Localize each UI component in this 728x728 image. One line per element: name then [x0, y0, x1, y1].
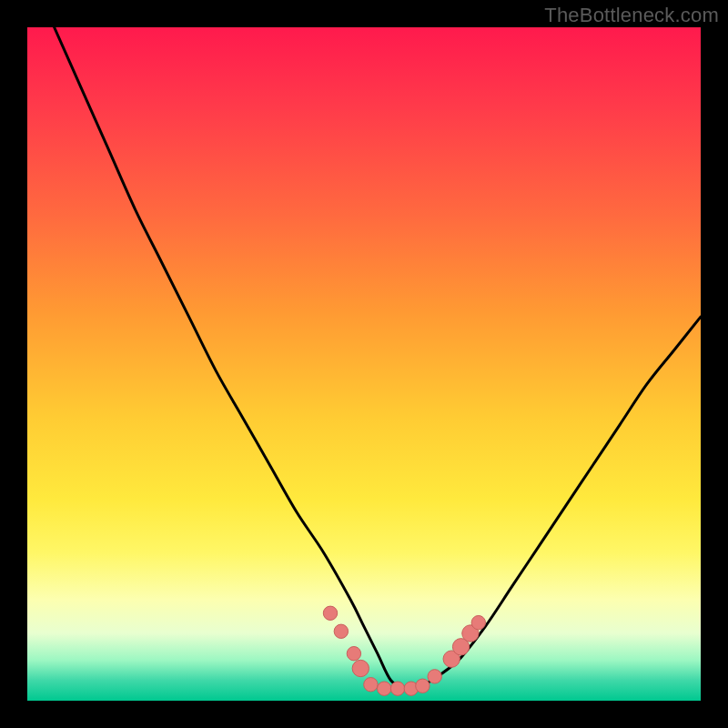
- curve-marker: [352, 660, 369, 676]
- bottleneck-curve: [55, 27, 701, 688]
- curve-marker: [334, 624, 348, 638]
- curve-marker: [378, 682, 391, 695]
- attribution-text: TheBottleneck.com: [544, 4, 719, 27]
- chart-svg: [27, 27, 701, 701]
- curve-marker: [428, 670, 441, 683]
- outer-frame: TheBottleneck.com: [0, 0, 728, 728]
- curve-markers: [323, 606, 485, 695]
- curve-marker: [416, 679, 430, 693]
- plot-area: [27, 27, 701, 701]
- curve-marker: [471, 615, 485, 629]
- curve-marker: [347, 647, 360, 661]
- curve-marker: [323, 606, 337, 620]
- curve-marker: [390, 682, 404, 695]
- curve-marker: [364, 678, 378, 692]
